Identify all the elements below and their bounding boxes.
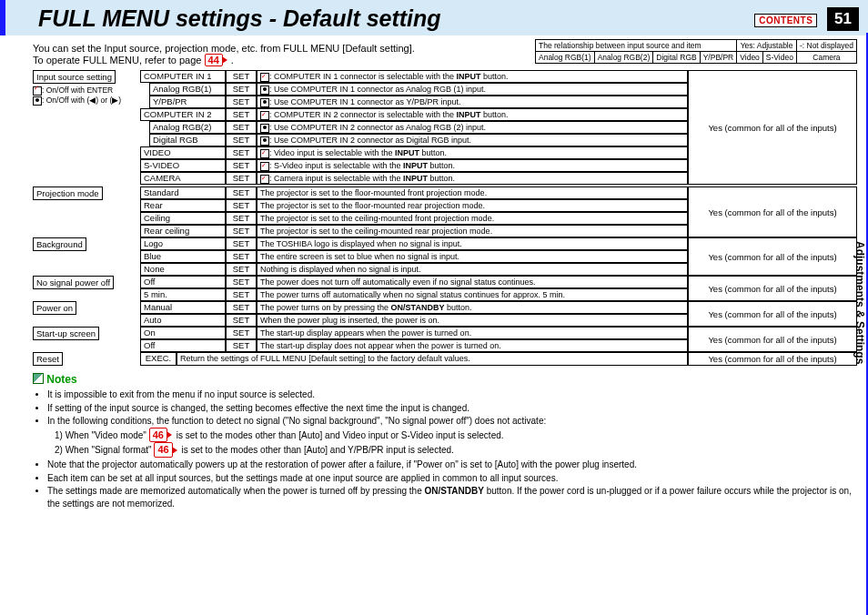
side-tab: Adjustments & Settings (853, 241, 866, 364)
opt-desc: The projector is set to the ceiling-moun… (257, 225, 688, 237)
intro-line2a: To operate FULL MENU, refer to page (33, 55, 205, 66)
set-btn[interactable]: SET (226, 263, 257, 276)
set-btn[interactable]: SET (226, 83, 257, 96)
yes-common: Yes (common for all of the inputs) (688, 327, 857, 352)
set-btn[interactable]: SET (226, 314, 257, 327)
set-btn[interactable]: SET (226, 327, 257, 339)
opt-desc: Nothing is displayed when no signal is i… (257, 263, 688, 276)
opt-name: Digital RGB (149, 134, 226, 146)
rel-no: -: Not displayed (796, 40, 856, 52)
page-ref-44[interactable]: 44 (205, 54, 223, 66)
set-btn[interactable]: SET (226, 339, 257, 352)
set-btn[interactable]: SET (226, 70, 257, 83)
rel-col: S-Video (762, 52, 796, 64)
check-icon (260, 111, 269, 120)
cat-box: No signal power off (33, 276, 114, 289)
intro-line2b: . (231, 55, 234, 66)
check-icon (33, 86, 42, 96)
page-title: FULL MENU settings - Default setting (38, 5, 441, 32)
rel-col: Analog RGB(2) (594, 52, 653, 64)
yes-common: Yes (common for all of the inputs) (688, 352, 857, 366)
check-icon (260, 162, 269, 171)
intro-line1: You can set the Input source, projection… (33, 43, 415, 54)
set-btn[interactable]: SET (226, 172, 257, 185)
opt-desc: : COMPUTER IN 2 connector is selectable … (257, 108, 688, 121)
opt-name: Off (140, 276, 226, 288)
set-btn[interactable]: SET (226, 212, 257, 225)
set-btn[interactable]: SET (226, 159, 257, 172)
note-item: Each item can be set at all input source… (47, 472, 857, 485)
set-btn[interactable]: SET (226, 288, 257, 301)
set-btn[interactable]: SET (226, 276, 257, 288)
note-item: It is impossible to exit from the menu i… (47, 388, 857, 401)
opt-name: Y/PB/PR (149, 96, 226, 108)
opt-desc: The start-up display appears when the po… (257, 327, 688, 339)
legend1: : On/Off with ENTER (42, 86, 113, 95)
opt-name: S-VIDEO (140, 159, 226, 172)
opt-name: Auto (140, 314, 226, 327)
page-ref-46[interactable]: 46 (154, 442, 172, 458)
opt-desc: The power turns on by pressing the ON/ST… (257, 301, 688, 314)
opt-name: Rear (140, 199, 226, 212)
opt-desc: The start-up display does not appear whe… (257, 339, 688, 352)
note-item: In the following conditions, the functio… (47, 415, 857, 458)
page-ref-46[interactable]: 46 (149, 428, 167, 443)
set-btn[interactable]: SET (226, 146, 257, 159)
note-item: The settings made are memorized automati… (47, 485, 857, 509)
rel-col: Analog RGB(1) (535, 52, 594, 64)
exec-btn[interactable]: EXEC. (140, 352, 177, 366)
opt-desc: : Use COMPUTER IN 1 connector as Analog … (257, 83, 688, 96)
set-btn[interactable]: SET (226, 187, 257, 199)
opt-name: COMPUTER IN 1 (140, 70, 226, 83)
opt-name: CAMERA (140, 172, 226, 185)
opt-name: Off (140, 339, 226, 352)
rel-col: Video (737, 52, 763, 64)
yes-common: Yes (common for all of the inputs) (688, 237, 857, 276)
yes-common: Yes (common for all of the inputs) (688, 70, 857, 185)
opt-name: None (140, 263, 226, 276)
note-item: Note that the projector automatically po… (47, 459, 857, 471)
contents-button[interactable]: CONTENTS (754, 14, 817, 27)
dot-icon (260, 136, 269, 146)
opt-desc: : S-Video input is selectable with the I… (257, 159, 688, 172)
set-btn[interactable]: SET (226, 237, 257, 250)
opt-name: Manual (140, 301, 226, 314)
yes-common: Yes (common for all of the inputs) (688, 301, 857, 327)
opt-desc: When the power plug is inserted, the pow… (257, 314, 688, 327)
rel-text: The relationship between input source an… (535, 40, 736, 52)
opt-desc: The power turns off automatically when n… (257, 288, 688, 301)
cat-reset: Reset (33, 352, 63, 366)
rel-col: Digital RGB (653, 52, 700, 64)
check-icon (260, 73, 269, 82)
rel-yes: Yes: Adjustable (737, 40, 797, 52)
cat-box: Projection mode (33, 187, 103, 200)
opt-name: COMPUTER IN 2 (140, 108, 226, 121)
opt-desc: The projector is set to the floor-mounte… (257, 199, 688, 212)
opt-desc: : Use COMPUTER IN 1 connector as Y/PB/PR… (257, 96, 688, 108)
opt-desc: The power does not turn off automaticall… (257, 276, 688, 288)
set-btn[interactable]: SET (226, 199, 257, 212)
cat-box: Power on (33, 301, 76, 315)
set-btn[interactable]: SET (226, 96, 257, 108)
notes-title: Notes (46, 373, 76, 386)
set-btn[interactable]: SET (226, 134, 257, 146)
note-item: If setting of the input source is change… (47, 402, 857, 415)
rel-col: Y/PB/PR (700, 52, 737, 64)
set-btn[interactable]: SET (226, 121, 257, 134)
dot-icon (260, 98, 269, 107)
set-btn[interactable]: SET (226, 225, 257, 237)
dot-icon (260, 124, 269, 133)
set-btn[interactable]: SET (226, 250, 257, 263)
opt-desc: : Use COMPUTER IN 2 connector as Digital… (257, 134, 688, 146)
cat-input: Input source setting (33, 70, 116, 84)
opt-desc: : Use COMPUTER IN 2 connector as Analog … (257, 121, 688, 134)
opt-name: Ceiling (140, 212, 226, 225)
opt-desc: : Video input is selectable with the INP… (257, 146, 688, 159)
dot-icon (260, 86, 269, 95)
legend2: : On/Off with (◀) or (▶) (42, 96, 121, 105)
rel-col: Camera (796, 52, 856, 64)
check-icon (260, 149, 269, 158)
set-btn[interactable]: SET (226, 108, 257, 121)
set-btn[interactable]: SET (226, 301, 257, 314)
cat-box: Start-up screen (33, 327, 99, 340)
